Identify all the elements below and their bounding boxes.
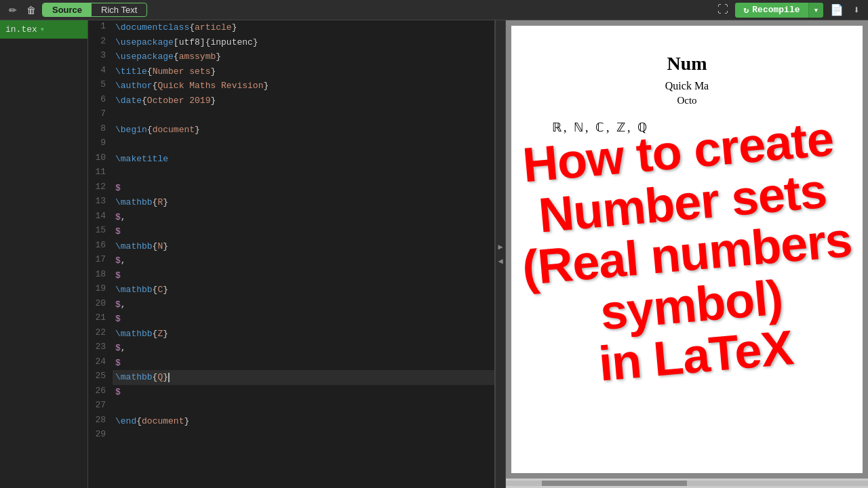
line-content-25[interactable]: \mathbb{Q} (113, 370, 494, 385)
preview-math: ℝ, ℕ, ℂ, ℤ, ℚ (552, 120, 822, 135)
document-icon[interactable]: 📄 (827, 2, 846, 18)
recompile-dropdown[interactable]: ▾ (808, 3, 824, 18)
line-number-14: 14 (88, 210, 113, 225)
line-content-24[interactable]: $ (113, 356, 494, 371)
editor-line-29: 29 (88, 428, 494, 443)
editor-line-16: 16\mathbb{N} (88, 239, 494, 254)
line-content-21[interactable]: $ (113, 312, 494, 327)
editor-line-25: 25\mathbb{Q} (88, 370, 494, 385)
line-content-10[interactable]: \maketitle (113, 152, 494, 167)
recompile-refresh-icon: ↻ (743, 5, 749, 16)
editor-line-5: 5\author{Quick Maths Revision} (88, 79, 494, 94)
line-content-29[interactable] (113, 428, 494, 443)
editor-line-26: 26$ (88, 385, 494, 400)
line-number-24: 24 (88, 356, 113, 371)
line-content-17[interactable]: $, (113, 253, 494, 268)
editor-line-2: 2\usepackage[utf8]{inputenc} (88, 35, 494, 50)
line-number-13: 13 (88, 195, 113, 210)
main-content: in.tex ▾ 1\documentclass{article}2\usepa… (0, 20, 868, 488)
line-number-21: 21 (88, 312, 113, 327)
tab-richtext[interactable]: Rich Text (92, 3, 146, 16)
line-content-1[interactable]: \documentclass{article} (113, 20, 494, 35)
line-number-2: 2 (88, 35, 113, 50)
line-number-5: 5 (88, 79, 113, 94)
scrollbar-track[interactable] (506, 481, 868, 486)
line-number-28: 28 (88, 414, 113, 429)
recompile-label: Recompile (752, 5, 800, 15)
preview-pane: Num Quick Ma Octo ℝ, ℕ, ℂ, ℤ, ℚ How to c… (506, 20, 868, 488)
line-number-1: 1 (88, 20, 113, 35)
editor-line-8: 8\begin{document} (88, 123, 494, 138)
line-content-27[interactable] (113, 399, 494, 414)
line-content-20[interactable]: $, (113, 298, 494, 312)
preview-content: Num Quick Ma Octo ℝ, ℕ, ℂ, ℤ, ℚ (511, 26, 863, 473)
file-label: in.tex (5, 24, 37, 35)
preview-scrollbar[interactable] (506, 479, 868, 488)
line-content-11[interactable] (113, 166, 494, 181)
editor-line-10: 10\maketitle (88, 152, 494, 167)
line-content-15[interactable]: $ (113, 224, 494, 239)
tab-source[interactable]: Source (43, 3, 92, 16)
line-content-12[interactable]: $ (113, 181, 494, 196)
recompile-button[interactable]: ↻ Recompile ▾ (735, 3, 823, 18)
editor-line-4: 4\title{Number sets} (88, 64, 494, 79)
editor-line-7: 7 (88, 108, 494, 123)
editor-lines: 1\documentclass{article}2\usepackage[utf… (88, 20, 494, 443)
editor-line-12: 12$ (88, 181, 494, 196)
line-number-8: 8 (88, 123, 113, 138)
trash-icon-btn[interactable]: 🗑 (23, 3, 39, 17)
editor-line-15: 15$ (88, 224, 494, 239)
line-number-6: 6 (88, 94, 113, 108)
line-content-22[interactable]: \mathbb{Z} (113, 327, 494, 342)
editor-line-9: 9 (88, 137, 494, 152)
line-number-29: 29 (88, 428, 113, 443)
editor-line-19: 19\mathbb{C} (88, 283, 494, 298)
line-number-20: 20 (88, 298, 113, 312)
line-content-5[interactable]: \author{Quick Maths Revision} (113, 79, 494, 94)
editor-line-1: 1\documentclass{article} (88, 20, 494, 35)
editor-pane[interactable]: 1\documentclass{article}2\usepackage[utf… (88, 20, 495, 488)
line-number-26: 26 (88, 385, 113, 400)
editor-line-6: 6\date{October 2019} (88, 94, 494, 108)
line-number-9: 9 (88, 137, 113, 152)
source-richtext-tabs: Source Rich Text (42, 3, 147, 17)
editor-line-11: 11 (88, 166, 494, 181)
sidebar-file-item[interactable]: in.tex ▾ (0, 20, 87, 39)
line-content-6[interactable]: \date{October 2019} (113, 94, 494, 108)
editor-line-13: 13\mathbb{R} (88, 195, 494, 210)
line-content-8[interactable]: \begin{document} (113, 123, 494, 138)
editor-line-14: 14$, (88, 210, 494, 225)
line-content-16[interactable]: \mathbb{N} (113, 239, 494, 254)
editor-preview-splitter[interactable]: ▶ ◀ (495, 20, 506, 488)
recompile-main[interactable]: ↻ Recompile (735, 3, 808, 18)
text-cursor (168, 373, 170, 382)
arrow-right-icon[interactable]: ▶ (498, 242, 502, 252)
preview-title: Num (552, 53, 822, 75)
line-number-11: 11 (88, 166, 113, 181)
line-number-19: 19 (88, 283, 113, 298)
download-icon[interactable]: ⬇ (850, 2, 863, 18)
pencil-icon-btn[interactable]: ✏ (5, 3, 20, 17)
expand-icon[interactable]: ⛶ (715, 2, 731, 18)
line-content-4[interactable]: \title{Number sets} (113, 64, 494, 79)
line-content-7[interactable] (113, 108, 494, 123)
scrollbar-thumb[interactable] (542, 481, 687, 486)
line-content-23[interactable]: $, (113, 341, 494, 356)
line-content-2[interactable]: \usepackage[utf8]{inputenc} (113, 35, 494, 50)
line-content-28[interactable]: \end{document} (113, 414, 494, 429)
line-content-14[interactable]: $, (113, 210, 494, 225)
toolbar-left: ✏ 🗑 Source Rich Text (0, 3, 147, 17)
editor-scroll[interactable]: 1\documentclass{article}2\usepackage[utf… (88, 20, 494, 488)
line-content-18[interactable]: $ (113, 268, 494, 283)
preview-date: Octo (552, 95, 822, 106)
arrow-left-icon[interactable]: ◀ (498, 256, 502, 266)
line-number-16: 16 (88, 239, 113, 254)
line-content-26[interactable]: $ (113, 385, 494, 400)
line-content-3[interactable]: \usepackage{amssymb} (113, 49, 494, 64)
editor-line-28: 28\end{document} (88, 414, 494, 429)
line-content-9[interactable] (113, 137, 494, 152)
line-number-22: 22 (88, 327, 113, 342)
line-number-7: 7 (88, 108, 113, 123)
line-content-19[interactable]: \mathbb{C} (113, 283, 494, 298)
line-content-13[interactable]: \mathbb{R} (113, 195, 494, 210)
